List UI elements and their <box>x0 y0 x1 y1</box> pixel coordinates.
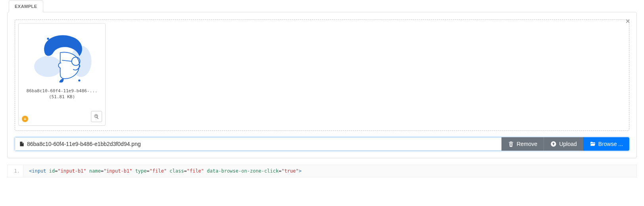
example-panel: × <box>7 12 637 158</box>
remove-label: Remove <box>517 141 537 147</box>
upload-icon <box>550 141 557 147</box>
filename-text: 86ba8c10-60f4-11e9-b486-e1bb2d3f0d94.png <box>27 141 141 147</box>
file-icon <box>19 141 25 147</box>
zoom-button[interactable] <box>91 111 102 122</box>
file-dropzone[interactable]: 86ba8c10-60f4-11e9-b486-... (51.81 KB) + <box>15 19 629 131</box>
filename-display: 86ba8c10-60f4-11e9-b486-e1bb2d3f0d94.png <box>15 137 501 151</box>
upload-label: Upload <box>559 141 577 147</box>
trash-icon <box>508 141 514 147</box>
thumbnail-filesize: (51.81 KB) <box>21 94 103 100</box>
thumbnail-filename: 86ba8c10-60f4-11e9-b486-... <box>21 88 103 94</box>
browse-button[interactable]: Browse ... <box>583 137 629 151</box>
close-icon[interactable]: × <box>625 17 630 25</box>
upload-button[interactable]: Upload <box>544 137 583 151</box>
browse-label: Browse ... <box>598 141 623 147</box>
tab-label: EXAMPLE <box>15 4 37 9</box>
svg-point-2 <box>78 80 80 82</box>
tab-example[interactable]: EXAMPLE <box>9 0 43 12</box>
svg-point-0 <box>47 38 49 40</box>
thumbnail-image <box>21 26 103 86</box>
code-line-number: 1. <box>8 165 23 177</box>
folder-open-icon <box>590 141 596 147</box>
code-example: 1. <input id="input-b1" name="input-b1" … <box>7 165 637 177</box>
file-toolbar: 86ba8c10-60f4-11e9-b486-e1bb2d3f0d94.png… <box>15 137 629 151</box>
code-content: <input id="input-b1" name="input-b1" typ… <box>23 165 307 177</box>
svg-point-3 <box>34 56 62 77</box>
zoom-in-icon <box>94 114 99 119</box>
file-thumbnail: 86ba8c10-60f4-11e9-b486-... (51.81 KB) + <box>18 23 106 126</box>
status-pending-icon: + <box>22 116 28 122</box>
remove-button[interactable]: Remove <box>501 137 544 151</box>
